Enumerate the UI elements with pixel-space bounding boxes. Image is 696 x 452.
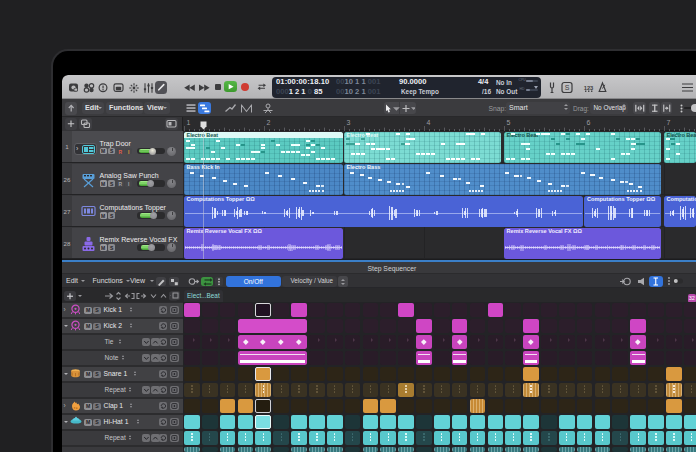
svg-text:123: 123 [584,84,594,90]
svg-text:S: S [565,84,570,91]
